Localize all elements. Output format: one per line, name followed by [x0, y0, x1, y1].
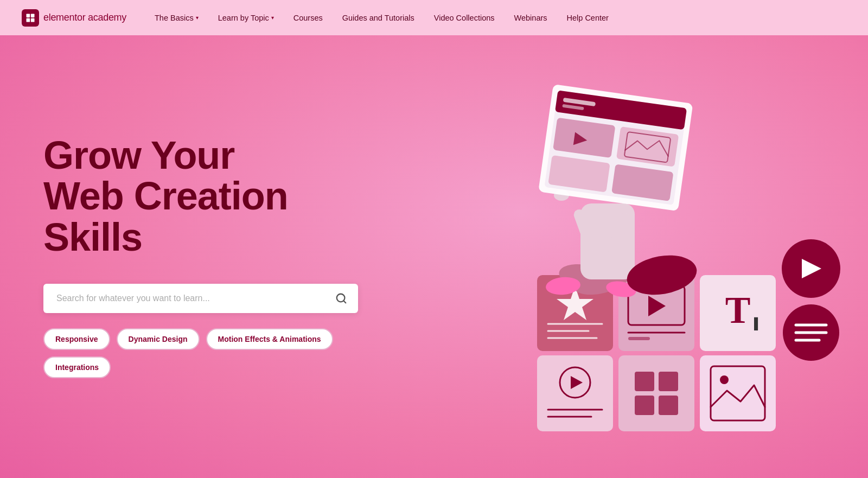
svg-rect-13 [659, 372, 678, 391]
svg-rect-47 [616, 126, 679, 167]
svg-rect-15 [659, 396, 678, 415]
svg-point-32 [557, 261, 609, 293]
svg-rect-45 [562, 104, 584, 111]
svg-point-33 [545, 276, 582, 296]
svg-rect-43 [555, 90, 687, 130]
nav-links: The Basics ▾ Learn by Topic ▾ Courses Gu… [146, 9, 617, 27]
nav-link-topic[interactable]: Learn by Topic ▾ [209, 9, 283, 27]
logo-text: elementor academy [43, 12, 126, 23]
svg-rect-12 [635, 372, 654, 391]
nav-item-webinars: Webinars [506, 9, 556, 27]
search-icon [335, 292, 347, 304]
search-container [43, 284, 358, 313]
svg-point-18 [720, 375, 729, 384]
svg-marker-50 [573, 132, 588, 146]
chevron-down-icon: ▾ [271, 15, 274, 21]
tag-dynamic-design[interactable]: Dynamic Design [117, 328, 200, 350]
svg-point-39 [554, 190, 569, 201]
svg-point-7 [560, 367, 590, 398]
svg-rect-48 [548, 155, 610, 193]
navbar: elementor academy The Basics ▾ Learn by … [0, 0, 868, 35]
svg-rect-49 [611, 164, 673, 201]
nav-link-webinars[interactable]: Webinars [506, 9, 556, 27]
hero-content: Grow Your Web Creation Skills Responsive… [0, 135, 380, 379]
logo-link[interactable]: elementor academy [22, 9, 126, 27]
svg-rect-29 [700, 275, 776, 351]
svg-marker-8 [571, 376, 583, 389]
chevron-down-icon: ▾ [196, 15, 199, 21]
svg-rect-51 [624, 132, 671, 163]
tag-motion-effects[interactable]: Motion Effects & Animations [206, 328, 333, 350]
svg-rect-28 [628, 337, 650, 340]
nav-item-topic: Learn by Topic ▾ [209, 9, 283, 27]
svg-rect-14 [635, 396, 654, 415]
elementor-logo-svg [25, 12, 36, 23]
svg-rect-37 [572, 208, 597, 252]
svg-rect-17 [711, 366, 765, 420]
tag-integrations[interactable]: Integrations [43, 356, 111, 378]
nav-link-help[interactable]: Help Center [558, 9, 617, 27]
svg-rect-42 [544, 90, 687, 205]
svg-marker-26 [648, 296, 666, 316]
svg-marker-53 [802, 259, 821, 278]
svg-point-31 [570, 259, 634, 301]
nav-item-basics: The Basics ▾ [146, 9, 207, 27]
svg-point-54 [783, 304, 839, 361]
nav-link-guides[interactable]: Guides and Tutorials [334, 9, 423, 27]
nav-item-courses: Courses [285, 9, 331, 27]
svg-rect-2 [27, 18, 30, 22]
nav-item-help: Help Center [558, 9, 617, 27]
illustration-svg: T [488, 35, 868, 478]
tag-pills-container: Responsive Dynamic Design Motion Effects… [43, 328, 336, 378]
hero-title: Grow Your Web Creation Skills [43, 135, 336, 258]
svg-rect-25 [628, 286, 685, 325]
svg-point-52 [782, 239, 840, 298]
svg-rect-16 [700, 355, 776, 431]
svg-rect-0 [27, 14, 30, 17]
tag-responsive[interactable]: Responsive [43, 328, 110, 350]
nav-item-video: Video Collections [425, 9, 503, 27]
svg-point-36 [624, 250, 700, 300]
search-input[interactable] [43, 284, 358, 313]
svg-line-5 [343, 301, 346, 303]
svg-rect-19 [537, 275, 613, 351]
svg-rect-35 [580, 203, 635, 279]
svg-rect-44 [563, 98, 596, 106]
svg-rect-24 [618, 275, 694, 351]
svg-rect-41 [538, 84, 693, 211]
svg-rect-6 [537, 355, 613, 431]
hero-illustration: T [488, 35, 868, 478]
svg-text:T: T [725, 289, 751, 331]
nav-item-guides: Guides and Tutorials [334, 9, 423, 27]
svg-rect-46 [553, 118, 615, 158]
svg-marker-20 [557, 286, 593, 320]
hero-section: Grow Your Web Creation Skills Responsive… [0, 35, 868, 478]
svg-point-40 [630, 190, 645, 201]
cursor-pointer: ▌ [754, 317, 762, 330]
nav-link-basics[interactable]: The Basics ▾ [146, 9, 207, 27]
svg-rect-38 [607, 212, 631, 256]
nav-link-courses[interactable]: Courses [285, 9, 331, 27]
search-button[interactable] [333, 290, 349, 307]
nav-link-video[interactable]: Video Collections [425, 9, 503, 27]
svg-rect-3 [31, 18, 35, 22]
logo-icon [22, 9, 39, 27]
svg-rect-1 [31, 14, 35, 17]
svg-point-34 [605, 279, 637, 299]
svg-rect-11 [618, 355, 694, 431]
